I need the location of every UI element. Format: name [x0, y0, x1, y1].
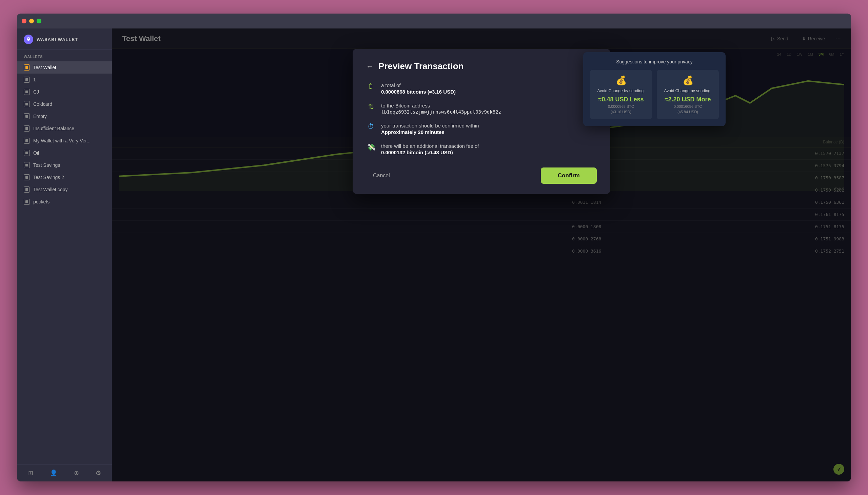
less-btc: 0.0000868 BTC — [595, 104, 647, 108]
sidebar-bottom: ⊞ 👤 ⊕ ⚙ — [17, 464, 112, 481]
modal-row-value: tb1qqz6932tszjmwjjrnsws6c4t43pput03v9dk8… — [381, 109, 597, 115]
wallet-icon — [24, 113, 30, 119]
wallet-name: CJ — [33, 89, 105, 95]
modal-row-text: your transaction should be confirmed wit… — [381, 122, 597, 135]
user-icon[interactable]: 👤 — [50, 469, 57, 477]
wallet-icon — [24, 89, 30, 95]
modal-row-label: there will be an additional transaction … — [381, 142, 597, 150]
wallet-name: Empty — [33, 114, 105, 119]
wallet-name: Test Savings 2 — [33, 175, 105, 180]
modal-row-text: to the Bitcoin addresstb1qqz6932tszjmwjj… — [381, 102, 597, 115]
wallet-name: pockets — [33, 199, 105, 204]
sidebar-wallet-item[interactable]: 1 — [17, 73, 112, 86]
sidebar-wallet-item[interactable]: Test Wallet copy — [17, 184, 112, 195]
wallet-name: 1 — [33, 77, 105, 82]
modal-row-label: a total of — [381, 82, 597, 89]
wallet-icon — [24, 76, 30, 83]
privacy-suggestions-popup: Suggestions to improve your privacy 💰 Av… — [583, 52, 726, 126]
modal-footer: Cancel Confirm — [366, 168, 597, 184]
wallet-icon — [24, 174, 30, 181]
modal-row-value: 0.0000132 bitcoin (≈0.48 USD) — [381, 150, 597, 155]
wallet-icon — [24, 186, 30, 192]
main-content: Test Wallet ▷ Send ⬇ Receive ··· 241D1W1… — [112, 14, 851, 481]
privacy-title: Suggestions to improve your privacy — [590, 59, 719, 64]
modal-content-row: ⇅to the Bitcoin addresstb1qqz6932tszjmwj… — [366, 102, 597, 115]
maximize-button[interactable] — [37, 19, 41, 23]
wallet-name: Test Wallet — [33, 65, 105, 70]
sidebar-wallet-item[interactable]: Test Wallet — [17, 62, 112, 73]
modal-content-row: 💸there will be an additional transaction… — [366, 142, 597, 155]
sidebar-wallet-item[interactable]: Test Savings 2 — [17, 171, 112, 184]
confirm-button[interactable]: Confirm — [541, 168, 597, 184]
sidebar: WASABI WALLET Wallets Test Wallet1CJCold… — [17, 14, 112, 481]
less-icon: 💰 — [595, 75, 647, 86]
less-text: Avoid Change by sending: — [595, 88, 647, 93]
sidebar-wallet-item[interactable]: CJ — [17, 86, 112, 98]
close-button[interactable] — [22, 19, 27, 23]
wallet-icon — [24, 150, 30, 156]
more-text: Avoid Change by sending: — [662, 88, 713, 93]
add-wallet-icon[interactable]: ⊕ — [74, 469, 79, 477]
modal-row-icon: ₿ — [366, 82, 376, 90]
wallet-icon — [24, 64, 30, 70]
sidebar-wallet-item[interactable]: Coldcard — [17, 98, 112, 110]
wasabi-logo — [24, 35, 33, 44]
wallet-name: Oil — [33, 150, 105, 156]
minimize-button[interactable] — [29, 19, 34, 23]
modal-row-icon: ⏱ — [366, 122, 376, 131]
wallet-icon — [24, 162, 30, 168]
less-usd: (≈3.16 USD) — [595, 110, 647, 114]
sidebar-wallet-item[interactable]: My Wallet with a Very Ver... — [17, 135, 112, 147]
modal-row-label: to the Bitcoin address — [381, 102, 597, 109]
preview-transaction-modal: ← Preview Transaction 🛡 ₿a total of0.000… — [353, 49, 610, 194]
wallet-name: My Wallet with a Very Ver... — [33, 138, 105, 143]
wallet-icon — [24, 138, 30, 144]
wallet-name: Test Savings — [33, 163, 105, 168]
wallet-icon — [24, 101, 30, 107]
wallet-icon — [24, 199, 30, 205]
app-brand: WASABI WALLET — [37, 37, 78, 42]
modal-row-label: your transaction should be confirmed wit… — [381, 122, 597, 129]
settings-icon[interactable]: ⚙ — [96, 469, 101, 477]
sidebar-wallet-item[interactable]: Oil — [17, 147, 112, 159]
less-amount: ≈0.48 USD Less — [595, 96, 647, 103]
modal-row-text: there will be an additional transaction … — [381, 142, 597, 155]
privacy-option-less[interactable]: 💰 Avoid Change by sending: ≈0.48 USD Les… — [590, 70, 652, 119]
wallet-icon — [24, 125, 30, 132]
more-btc: 0.00016056 BTC — [662, 104, 713, 108]
modal-content-row: ₿a total of0.0000868 bitcoins (≈3.16 USD… — [366, 82, 597, 95]
privacy-option-more[interactable]: 💰 Avoid Change by sending: ≈2.20 USD Mor… — [657, 70, 719, 119]
modal-title: Preview Transaction — [378, 61, 584, 71]
privacy-cards: 💰 Avoid Change by sending: ≈0.48 USD Les… — [590, 70, 719, 119]
modal-rows: ₿a total of0.0000868 bitcoins (≈3.16 USD… — [366, 82, 597, 155]
modal-row-icon: 💸 — [366, 142, 376, 151]
wallet-name: Insufficient Balance — [33, 126, 105, 131]
sidebar-wallet-item[interactable]: pockets — [17, 195, 112, 208]
cancel-button[interactable]: Cancel — [366, 169, 397, 182]
sidebar-header: WASABI WALLET — [17, 29, 112, 50]
wallet-name: Test Wallet copy — [33, 187, 105, 192]
grid-icon[interactable]: ⊞ — [28, 469, 33, 477]
wallet-name: Coldcard — [33, 101, 105, 107]
sidebar-section-title: Wallets — [17, 50, 112, 62]
modal-row-value: 0.0000868 bitcoins (≈3.16 USD) — [381, 89, 597, 95]
back-button[interactable]: ← — [366, 62, 374, 71]
more-usd: (≈5.84 USD) — [662, 110, 713, 114]
sidebar-wallet-item[interactable]: Test Savings — [17, 159, 112, 171]
modal-row-icon: ⇅ — [366, 102, 376, 111]
sidebar-wallet-item[interactable]: Insufficient Balance — [17, 122, 112, 135]
modal-content-row: ⏱your transaction should be confirmed wi… — [366, 122, 597, 135]
more-amount: ≈2.20 USD More — [662, 96, 713, 103]
wallet-list: Test Wallet1CJColdcardEmptyInsufficient … — [17, 62, 112, 464]
modal-row-text: a total of0.0000868 bitcoins (≈3.16 USD) — [381, 82, 597, 95]
modal-row-value: Approximately 20 minutes — [381, 129, 597, 135]
sidebar-wallet-item[interactable]: Empty — [17, 110, 112, 122]
modal-overlay: ← Preview Transaction 🛡 ₿a total of0.000… — [112, 29, 851, 481]
title-bar — [17, 14, 851, 29]
modal-header: ← Preview Transaction 🛡 — [366, 61, 597, 71]
more-icon: 💰 — [662, 75, 713, 86]
